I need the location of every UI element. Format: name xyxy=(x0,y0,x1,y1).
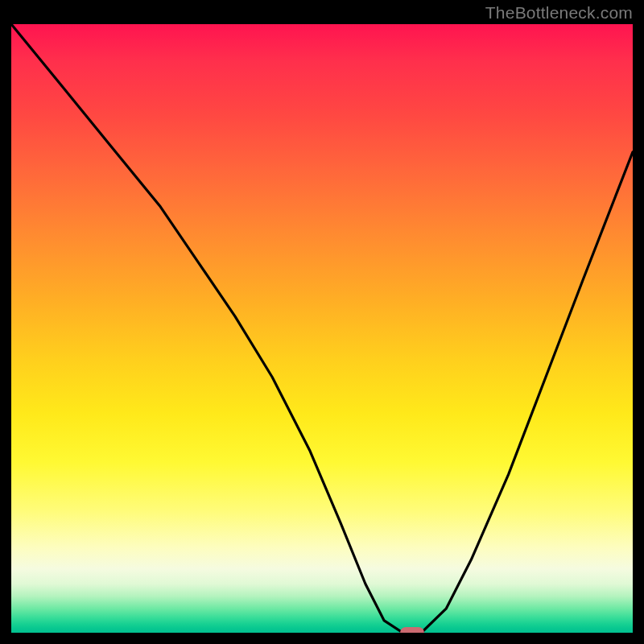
optimal-point-marker xyxy=(400,627,424,633)
bottleneck-curve xyxy=(11,24,633,633)
attribution-text: TheBottleneck.com xyxy=(485,3,633,23)
chart-frame: TheBottleneck.com xyxy=(0,0,644,644)
plot-area xyxy=(11,24,633,633)
